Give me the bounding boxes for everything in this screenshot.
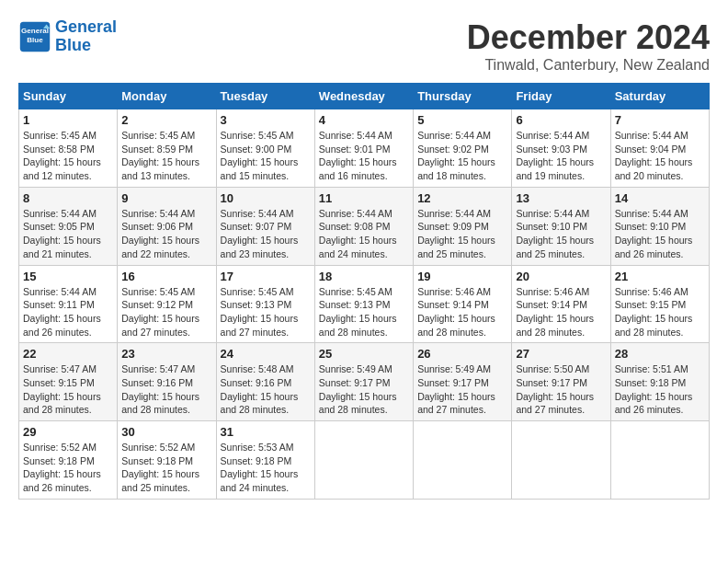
day-number: 6 [516,113,606,127]
day-cell: 13Sunrise: 5:44 AM Sunset: 9:10 PM Dayli… [512,187,610,265]
day-info: Sunrise: 5:45 AM Sunset: 9:12 PM Dayligh… [121,285,211,339]
day-cell: 6Sunrise: 5:44 AM Sunset: 9:03 PM Daylig… [512,109,610,188]
day-cell: 26Sunrise: 5:49 AM Sunset: 9:17 PM Dayli… [414,343,512,421]
day-cell: 4Sunrise: 5:44 AM Sunset: 9:01 PM Daylig… [314,109,413,188]
day-info: Sunrise: 5:46 AM Sunset: 9:15 PM Dayligh… [615,285,705,339]
day-number: 24 [221,347,311,361]
day-info: Sunrise: 5:44 AM Sunset: 9:05 PM Dayligh… [23,207,113,261]
header-tuesday: Tuesday [216,84,314,109]
day-cell: 19Sunrise: 5:46 AM Sunset: 9:14 PM Dayli… [414,265,512,343]
day-info: Sunrise: 5:44 AM Sunset: 9:04 PM Dayligh… [615,129,705,183]
day-number: 19 [417,270,507,283]
day-number: 3 [221,113,311,127]
day-cell: 23Sunrise: 5:47 AM Sunset: 9:16 PM Dayli… [118,343,216,421]
day-info: Sunrise: 5:44 AM Sunset: 9:08 PM Dayligh… [319,207,409,261]
day-info: Sunrise: 5:49 AM Sunset: 9:17 PM Dayligh… [417,362,507,417]
day-cell: 5Sunrise: 5:44 AM Sunset: 9:02 PM Daylig… [414,109,512,188]
day-number: 5 [417,113,507,127]
day-number: 17 [221,270,311,283]
day-cell: 1Sunrise: 5:45 AM Sunset: 8:58 PM Daylig… [19,109,118,188]
day-cell: 10Sunrise: 5:44 AM Sunset: 9:07 PM Dayli… [216,187,314,265]
day-cell: 20Sunrise: 5:46 AM Sunset: 9:14 PM Dayli… [512,265,610,343]
day-number: 31 [221,425,311,439]
day-cell: 11Sunrise: 5:44 AM Sunset: 9:08 PM Dayli… [314,187,413,265]
week-row-3: 15Sunrise: 5:44 AM Sunset: 9:11 PM Dayli… [19,265,710,343]
day-info: Sunrise: 5:44 AM Sunset: 9:06 PM Dayligh… [121,207,211,261]
day-info: Sunrise: 5:49 AM Sunset: 9:17 PM Dayligh… [319,362,409,417]
day-info: Sunrise: 5:46 AM Sunset: 9:14 PM Dayligh… [417,285,507,339]
day-number: 10 [221,191,311,205]
day-cell: 3Sunrise: 5:45 AM Sunset: 9:00 PM Daylig… [216,109,314,188]
day-number: 29 [23,425,113,439]
logo-general: General [55,18,117,37]
day-cell: 27Sunrise: 5:50 AM Sunset: 9:17 PM Dayli… [512,343,610,421]
header-sunday: Sunday [19,84,118,109]
day-cell [512,421,610,500]
week-row-1: 1Sunrise: 5:45 AM Sunset: 8:58 PM Daylig… [19,109,710,188]
header-wednesday: Wednesday [314,84,413,109]
day-info: Sunrise: 5:52 AM Sunset: 9:18 PM Dayligh… [23,441,113,495]
day-info: Sunrise: 5:44 AM Sunset: 9:09 PM Dayligh… [417,207,507,261]
month-title: December 2024 [467,18,710,57]
day-info: Sunrise: 5:45 AM Sunset: 8:59 PM Dayligh… [121,129,211,183]
day-cell: 21Sunrise: 5:46 AM Sunset: 9:15 PM Dayli… [610,265,709,343]
day-info: Sunrise: 5:45 AM Sunset: 9:00 PM Dayligh… [221,129,311,183]
logo-icon: General Blue [18,20,51,53]
day-info: Sunrise: 5:51 AM Sunset: 9:18 PM Dayligh… [615,362,705,417]
day-number: 8 [23,191,113,205]
day-info: Sunrise: 5:46 AM Sunset: 9:14 PM Dayligh… [516,285,606,339]
day-cell [314,421,413,500]
day-cell: 12Sunrise: 5:44 AM Sunset: 9:09 PM Dayli… [414,187,512,265]
calendar-table: SundayMondayTuesdayWednesdayThursdayFrid… [18,83,710,500]
header-friday: Friday [512,84,610,109]
day-info: Sunrise: 5:45 AM Sunset: 9:13 PM Dayligh… [221,285,311,339]
logo: General Blue General Blue [18,18,117,55]
header-monday: Monday [118,84,216,109]
day-number: 27 [516,347,606,361]
day-cell: 16Sunrise: 5:45 AM Sunset: 9:12 PM Dayli… [118,265,216,343]
day-info: Sunrise: 5:45 AM Sunset: 8:58 PM Dayligh… [23,129,113,183]
day-info: Sunrise: 5:44 AM Sunset: 9:11 PM Dayligh… [23,285,113,339]
header-row: SundayMondayTuesdayWednesdayThursdayFrid… [19,84,710,109]
day-info: Sunrise: 5:44 AM Sunset: 9:10 PM Dayligh… [615,207,705,261]
day-number: 26 [417,347,507,361]
calendar-body: 1Sunrise: 5:45 AM Sunset: 8:58 PM Daylig… [19,109,710,500]
calendar-header: SundayMondayTuesdayWednesdayThursdayFrid… [19,84,710,109]
day-number: 14 [615,191,705,205]
day-number: 11 [319,191,409,205]
day-number: 13 [516,191,606,205]
svg-text:Blue: Blue [27,36,43,44]
day-cell: 25Sunrise: 5:49 AM Sunset: 9:17 PM Dayli… [314,343,413,421]
day-cell: 24Sunrise: 5:48 AM Sunset: 9:16 PM Dayli… [216,343,314,421]
day-number: 16 [121,270,211,283]
day-info: Sunrise: 5:44 AM Sunset: 9:02 PM Dayligh… [417,129,507,183]
header-saturday: Saturday [610,84,709,109]
week-row-4: 22Sunrise: 5:47 AM Sunset: 9:15 PM Dayli… [19,343,710,421]
day-cell: 31Sunrise: 5:53 AM Sunset: 9:18 PM Dayli… [216,421,314,500]
day-cell: 14Sunrise: 5:44 AM Sunset: 9:10 PM Dayli… [610,187,709,265]
day-number: 4 [319,113,409,127]
day-info: Sunrise: 5:53 AM Sunset: 9:18 PM Dayligh… [221,441,311,495]
day-cell: 22Sunrise: 5:47 AM Sunset: 9:15 PM Dayli… [19,343,118,421]
day-info: Sunrise: 5:44 AM Sunset: 9:01 PM Dayligh… [319,129,409,183]
day-cell: 18Sunrise: 5:45 AM Sunset: 9:13 PM Dayli… [314,265,413,343]
day-number: 22 [23,347,113,361]
day-info: Sunrise: 5:45 AM Sunset: 9:13 PM Dayligh… [319,285,409,339]
day-number: 2 [121,113,211,127]
day-number: 21 [615,270,705,283]
day-cell: 30Sunrise: 5:52 AM Sunset: 9:18 PM Dayli… [118,421,216,500]
day-number: 30 [121,425,211,439]
day-number: 23 [121,347,211,361]
day-info: Sunrise: 5:50 AM Sunset: 9:17 PM Dayligh… [516,362,606,417]
day-number: 1 [23,113,113,127]
day-number: 15 [23,270,113,283]
day-info: Sunrise: 5:48 AM Sunset: 9:16 PM Dayligh… [221,362,311,417]
header: General Blue General Blue December 2024 … [18,18,710,74]
day-cell: 17Sunrise: 5:45 AM Sunset: 9:13 PM Dayli… [216,265,314,343]
day-number: 9 [121,191,211,205]
day-cell: 7Sunrise: 5:44 AM Sunset: 9:04 PM Daylig… [610,109,709,188]
day-cell: 8Sunrise: 5:44 AM Sunset: 9:05 PM Daylig… [19,187,118,265]
day-cell: 15Sunrise: 5:44 AM Sunset: 9:11 PM Dayli… [19,265,118,343]
title-area: December 2024 Tinwald, Canterbury, New Z… [467,18,710,74]
day-info: Sunrise: 5:47 AM Sunset: 9:15 PM Dayligh… [23,362,113,417]
